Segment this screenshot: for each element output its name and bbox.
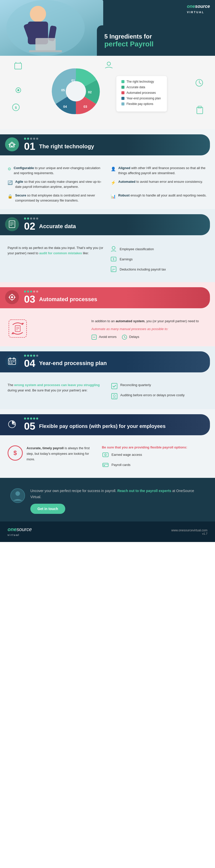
svg-point-33 — [112, 246, 115, 249]
footer-logo: onesource virtual — [8, 527, 32, 537]
svg-rect-61 — [10, 358, 11, 360]
section-03-dots — [24, 290, 202, 292]
svg-rect-63 — [9, 361, 10, 362]
svg-rect-6 — [29, 50, 62, 52]
svg-text:05: 05 — [61, 88, 65, 92]
svg-point-80 — [15, 491, 20, 496]
section-05-banner: 05 Flexible pay options (with perks) for… — [0, 414, 210, 435]
svg-rect-62 — [13, 358, 14, 360]
svg-point-1 — [30, 6, 46, 22]
tech-item-2: 👤 Aligned with other HR and finance proc… — [111, 165, 208, 176]
svg-line-57 — [124, 337, 126, 338]
flex-item-2: Payroll cards — [102, 461, 207, 468]
svg-rect-44 — [9, 297, 10, 298]
auto-benefits: Avoid errors Delays — [91, 334, 207, 340]
flex-content: $ Accurate, timely payroll is always the… — [8, 445, 207, 471]
yearend-right-items: Reconciling quarterly Auditing before er… — [111, 382, 208, 403]
section-01-content: ⚙ Configurable to your unique and ever-c… — [0, 155, 215, 209]
section-05-icon — [5, 417, 19, 432]
svg-rect-42 — [12, 294, 13, 295]
svg-rect-64 — [11, 361, 12, 362]
tech-grid: ⚙ Configurable to your unique and ever-c… — [8, 165, 207, 203]
cta-text: Uncover your own perfect recipe for succ… — [30, 488, 205, 500]
svg-rect-45 — [14, 297, 15, 298]
logo-top: onesource VIRTUAL — [187, 4, 210, 14]
auto-right-text: In addition to an automated system, you … — [91, 318, 207, 340]
data-item-classification: Employee classification — [110, 245, 207, 252]
data-item-earnings: $ Earnings — [110, 255, 207, 262]
svg-text:01: 01 — [71, 79, 75, 83]
pie-chart: 01 02 03 04 05 — [48, 63, 109, 124]
section-02-title: Accurate data — [39, 223, 76, 230]
section-03-icon — [5, 290, 19, 305]
section-05-number: 05 — [24, 421, 35, 432]
pie-legend: The right technology Accurate data Autom… — [116, 76, 167, 112]
get-in-touch-button[interactable]: Get in touch — [30, 504, 65, 514]
section-03-number: 03 — [24, 293, 35, 305]
cta-person-icon — [10, 488, 25, 504]
yearend-item-1: Reconciling quarterly — [111, 382, 208, 390]
auto-content: In addition to an automated system, you … — [8, 318, 207, 340]
section-04: 04 Year-end processing plan The wrong sy… — [0, 346, 215, 409]
reconcile-icon — [111, 382, 118, 390]
legend-item-3: Automated processes — [121, 91, 162, 95]
header-person-illustration — [3, 0, 99, 56]
robust-icon: 📊 — [111, 193, 116, 199]
section-01-banner: 01 The right technology — [0, 134, 210, 155]
header-overlay: 5 Ingredients for perfect Payroll — [97, 25, 215, 56]
header-section: 5 Ingredients for perfect Payroll onesou… — [0, 0, 215, 56]
cta-content: Uncover your own perfect recipe for succ… — [10, 488, 205, 514]
section-03: 03 Automated processes — [0, 282, 215, 346]
section-05: 05 Flexible pay options (with perks) for… — [0, 409, 215, 478]
svg-rect-43 — [12, 299, 13, 301]
section-01-dots — [24, 138, 202, 140]
automate-note: Automate as many manual processes as pos… — [91, 327, 207, 332]
yearend-item-2: Auditing before errors or delays prove c… — [111, 393, 208, 400]
agile-icon: 🔄 — [8, 180, 13, 186]
tech-item-4: ⚡ Automated to avoid human error and ens… — [111, 179, 208, 189]
svg-text:03: 03 — [83, 105, 87, 108]
svg-rect-67 — [11, 363, 12, 364]
section-01-title: The right technology — [39, 143, 94, 150]
section-02-dots — [24, 218, 202, 220]
legend-item-4: Year-end processing plan — [121, 97, 162, 100]
secure-icon: 🔒 — [8, 193, 13, 199]
section-04-number: 04 — [24, 358, 35, 369]
footer-url: www.onesourcevirtual.com — [171, 529, 207, 532]
svg-point-41 — [11, 296, 13, 299]
pie-wrapper: 01 02 03 04 05 The right technology Accu… — [5, 63, 210, 124]
header-title: 5 Ingredients for perfect Payroll — [104, 33, 208, 48]
section-04-banner: 04 Year-end processing plan — [0, 351, 210, 372]
tech-item-1: ⚙ Configurable to your unique and ever-c… — [8, 165, 104, 176]
section-03-title: Automated processes — [39, 296, 97, 303]
yearend-content: The wrong system and processes can leave… — [8, 382, 207, 403]
section-02-number: 02 — [24, 221, 35, 232]
legend-item-1: The right technology — [121, 80, 162, 84]
tech-item-5: 🔒 Secure so that employee data is centra… — [8, 193, 104, 203]
section-04-title: Year-end processing plan — [39, 360, 107, 367]
section-05-content: $ Accurate, timely payroll is always the… — [0, 435, 215, 478]
audit-icon — [111, 393, 118, 400]
section-02-content: Payroll is only as perfect as the data y… — [0, 235, 215, 282]
section-01: 01 The right technology ⚙ Configurable t… — [0, 129, 215, 209]
svg-text:$: $ — [105, 454, 106, 456]
legend-dot-2 — [121, 86, 124, 89]
legend-item-2: Accurate data — [121, 86, 162, 89]
section-02-icon — [5, 217, 19, 232]
pie-chart-section: $ 01 02 03 — [0, 56, 215, 129]
earned-wage-icon: $ — [102, 451, 109, 458]
svg-rect-69 — [112, 394, 117, 399]
errors-icon — [91, 334, 97, 340]
section-05-title: Flexible pay options (with perks) for yo… — [39, 423, 166, 429]
cta-section: Uncover your own perfect recipe for succ… — [0, 478, 215, 522]
deductions-icon: % — [110, 266, 117, 273]
svg-point-70 — [113, 395, 115, 397]
section-02-banner: 02 Accurate data — [0, 214, 210, 235]
section-05-dots — [24, 417, 202, 420]
flex-right-items: Be sure that you are providing flexible … — [102, 445, 207, 471]
svg-text:04: 04 — [63, 105, 67, 108]
svg-point-27 — [11, 146, 13, 147]
auto-icon: ⚡ — [111, 180, 116, 186]
benefit-errors: Avoid errors — [91, 334, 117, 340]
data-item-deductions: % Deductions including payroll tax — [110, 266, 207, 273]
